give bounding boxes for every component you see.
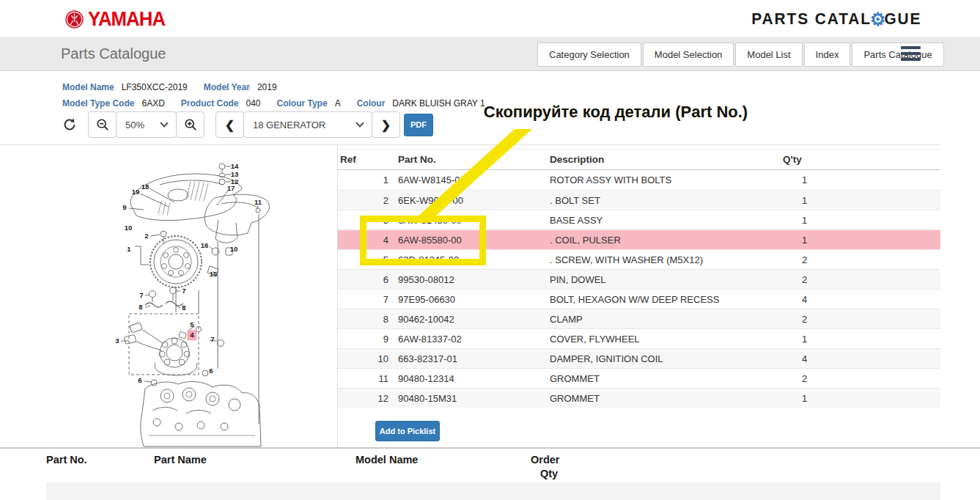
table-row[interactable]: 5 63D-81345-00 . SCREW, WITH WASHER (M5X…: [338, 249, 940, 269]
top-header-bar: YAMAHA PARTS CATAL⚙GUE: [0, 0, 980, 38]
cell-description: COVER, FLYWHEEL: [550, 334, 640, 345]
cell-description: . COIL, PULSER: [550, 235, 621, 246]
cell-ref: 2: [338, 195, 388, 206]
diagram-callout-10: 10: [125, 224, 133, 232]
table-row[interactable]: 10 663-82317-01 DAMPER, IGNITION COIL 4: [338, 348, 940, 368]
yamaha-logo[interactable]: YAMAHA: [65, 7, 172, 31]
table-row[interactable]: 1 6AW-W8145-01 ROTOR ASSY WITH BOLTS 1: [338, 170, 940, 190]
cell-description: . SCREW, WITH WASHER (M5X12): [550, 254, 703, 265]
zoom-out-button[interactable]: [88, 111, 117, 138]
cell-description: BASE ASSY: [550, 215, 603, 226]
cell-ref: 1: [338, 174, 388, 185]
table-row[interactable]: 9 6AW-81337-02 COVER, FLYWHEEL 1: [338, 328, 940, 348]
cell-part-no: 6AW-81450-00: [398, 215, 462, 226]
hamburger-menu-icon[interactable]: [901, 46, 921, 63]
table-row[interactable]: 3 6AW-81450-00 BASE ASSY 1: [338, 210, 940, 229]
cell-part-no: 6AW-81337-02: [398, 334, 462, 345]
table-row[interactable]: 7 97E95-06630 BOLT, HEXAGON W/W DEEP REC…: [338, 289, 940, 309]
cell-qty: 4: [777, 353, 832, 364]
model-info-label: Product Code: [181, 98, 239, 109]
model-info-line-2: Model Type Code6AXDProduct Code040Colour…: [62, 95, 501, 111]
diagram-callout-8: 8: [182, 304, 185, 312]
parts-catalogue-logo: PARTS CATAL⚙GUE: [751, 10, 921, 29]
parts-catalogue-app: YAMAHA PARTS CATAL⚙GUE Parts Catalogue C…: [0, 0, 980, 500]
cell-part-no: 6AW-85580-00: [398, 235, 462, 246]
cell-part-no: 90480-12314: [398, 373, 454, 384]
cell-qty: 4: [777, 294, 832, 305]
chevron-right-icon: ❯: [381, 118, 391, 132]
nav-button-model-selection[interactable]: Model Selection: [643, 43, 734, 67]
cell-ref: 9: [338, 334, 388, 345]
diagram-callout-4: 4: [187, 330, 196, 340]
diagram-callout-3: 3: [115, 337, 119, 345]
pdf-button[interactable]: PDF: [404, 114, 433, 136]
col-header-ref: Ref: [340, 154, 356, 165]
exploded-diagram: 14131218191791110211610157788543766: [43, 147, 336, 447]
diagram-callout-7: 7: [210, 336, 214, 343]
parts-table-header: Ref Part No. Description Q'ty: [338, 149, 940, 170]
cell-ref: 8: [338, 314, 388, 325]
zoom-in-button[interactable]: [176, 111, 205, 138]
cell-ref: 10: [338, 353, 388, 364]
zoom-level-select[interactable]: 50%: [116, 111, 177, 138]
diagram-callout-2: 2: [144, 232, 148, 240]
model-info-value: 2019: [257, 82, 277, 92]
nav-bar: Parts Catalogue Category SelectionModel …: [0, 38, 980, 71]
nav-button-model-list[interactable]: Model List: [735, 43, 802, 67]
col-header-desc: Description: [550, 154, 604, 165]
table-row[interactable]: 4 6AW-85580-00 . COIL, PULSER 1: [338, 229, 940, 249]
section-select-value: 18 GENERATOR: [253, 120, 325, 130]
cell-part-no: 6EK-W9018-00: [398, 195, 463, 206]
diagram-callout-7: 7: [182, 287, 185, 295]
cell-description: . BOLT SET: [550, 195, 600, 206]
model-info-label: Colour: [357, 98, 386, 109]
model-info: Model NameLF350XCC-2019Model Year2019 Mo…: [62, 79, 501, 111]
parts-table-pane: Ref Part No. Description Q'ty 1 6AW-W814…: [338, 144, 940, 447]
diagram-toolbar: 50% ❮ 18 GENERATOR ❯ PDF: [59, 111, 433, 138]
refresh-icon: [62, 117, 77, 132]
cell-part-no: 97E95-06630: [398, 294, 455, 305]
cell-description: PIN, DOWEL: [550, 274, 606, 285]
table-row[interactable]: 2 6EK-W9018-00 . BOLT SET 1: [338, 190, 940, 210]
col-header-part: Part No.: [398, 154, 436, 165]
picklist-header-part-no: Part No.: [46, 454, 87, 466]
cell-part-no: 90480-15M31: [398, 393, 457, 404]
table-row[interactable]: 6 99530-08012 PIN, DOWEL 2: [338, 269, 940, 289]
diagram-callout-11: 11: [254, 199, 262, 206]
yamaha-wordmark: YAMAHA: [88, 7, 165, 31]
cell-ref: 11: [338, 373, 388, 384]
section-select[interactable]: 18 GENERATOR: [243, 111, 372, 138]
diagram-callout-8: 8: [139, 304, 142, 311]
cell-part-no: 99530-08012: [398, 274, 454, 285]
cell-ref: 5: [338, 254, 388, 265]
cell-part-no: 90462-10042: [398, 314, 454, 325]
table-row[interactable]: 8 90462-10042 CLAMP 2: [338, 309, 940, 328]
cell-description: GROMMET: [550, 393, 600, 404]
next-section-button[interactable]: ❯: [372, 111, 400, 138]
model-info-value: 040: [246, 98, 260, 109]
cell-part-no: 63D-81345-00: [398, 254, 459, 265]
diagram-callout-14: 14: [231, 163, 239, 170]
refresh-button[interactable]: [59, 111, 81, 138]
cell-ref: 12: [338, 393, 388, 404]
prev-section-button[interactable]: ❮: [215, 111, 244, 138]
table-row[interactable]: 12 90480-15M31 GROMMET 1: [338, 388, 940, 408]
picklist-header-model-name: Model Name: [355, 454, 418, 466]
exploded-diagram-art: [43, 147, 336, 447]
cell-description: DAMPER, IGNITION COIL: [550, 353, 663, 364]
diagram-callout-17: 17: [227, 185, 235, 192]
zoom-in-icon: [184, 118, 197, 131]
cell-ref: 6: [338, 274, 388, 285]
chevron-left-icon: ❮: [225, 118, 235, 132]
table-row[interactable]: 11 90480-12314 GROMMET 2: [338, 368, 940, 388]
cell-qty: 1: [777, 195, 832, 206]
add-to-picklist-button[interactable]: Add to Picklist: [375, 421, 440, 441]
nav-button-category-selection[interactable]: Category Selection: [537, 43, 641, 67]
zoom-out-icon: [96, 118, 109, 131]
nav-button-parts-catalogue[interactable]: Parts Catalogue: [852, 43, 943, 67]
model-info-label: Model Name: [62, 82, 114, 92]
diagram-viewport[interactable]: 14131218191791110211610157788543766: [0, 144, 338, 447]
nav-button-index[interactable]: Index: [804, 43, 851, 67]
model-info-value: LF350XCC-2019: [122, 82, 188, 92]
col-header-qty: Q'ty: [783, 154, 802, 165]
